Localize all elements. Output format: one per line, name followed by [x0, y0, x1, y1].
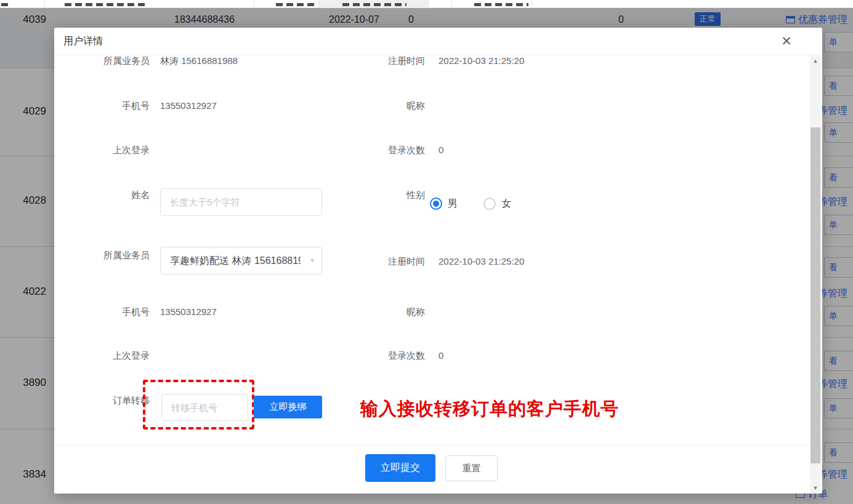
- phone-value: 13550312927: [160, 100, 217, 112]
- radio-selected-icon: [430, 198, 442, 210]
- salesman-select[interactable]: 享趣鲜奶配送 林涛 15616881988 ▼: [160, 247, 322, 274]
- gender-female-label: 女: [501, 198, 511, 210]
- chevron-down-icon: ▼: [309, 258, 315, 263]
- transfer-phone-input[interactable]: [161, 394, 248, 421]
- login-count-label: 登录次数: [331, 144, 425, 156]
- tab-divider: [254, 0, 254, 8]
- salesman-select-value: 享趣鲜奶配送 林涛 15616881988: [170, 255, 301, 268]
- salesman-select-label: 所属业务员: [54, 249, 150, 262]
- rebind-button[interactable]: 立即换绑: [254, 396, 322, 418]
- footer-divider: [54, 444, 822, 445]
- transfer-label: 订单转移: [54, 394, 150, 407]
- user-detail-modal: 用户详情 ✕ 所属业务员 林涛 15616881988 注册时间 2022-10…: [54, 28, 822, 494]
- submit-button[interactable]: 立即提交: [365, 454, 435, 482]
- reg-time-value: 2022-10-03 21:25:20: [439, 255, 524, 268]
- tab-strip: [0, 0, 853, 8]
- scroll-up-icon[interactable]: ▲: [810, 55, 821, 66]
- tab-divider: [44, 0, 45, 8]
- annotation-text: 输入接收转移订单的客户手机号: [360, 397, 619, 422]
- reg-time-label: 注册时间: [331, 55, 425, 67]
- last-login-label: 上次登录: [54, 144, 150, 156]
- gender-male-label: 男: [448, 198, 458, 210]
- tab-text-fragment: [276, 3, 314, 6]
- phone-label: 手机号: [54, 100, 150, 112]
- gender-label: 性别: [331, 189, 425, 201]
- reg-time-label: 注册时间: [331, 255, 425, 268]
- nickname-label: 昵称: [331, 306, 425, 318]
- login-count-label: 登录次数: [331, 350, 425, 362]
- tab-text-fragment: [474, 3, 528, 6]
- last-login-label: 上次登录: [54, 350, 150, 362]
- reset-button[interactable]: 重置: [445, 455, 498, 481]
- nickname-label: 昵称: [331, 100, 425, 112]
- gender-female-radio[interactable]: 女: [483, 198, 511, 210]
- modal-header: 用户详情 ✕: [54, 28, 822, 55]
- modal-scrollbar[interactable]: ▲ ▼: [810, 55, 821, 494]
- tab-text-fragment: [65, 3, 148, 6]
- close-icon[interactable]: ✕: [778, 33, 794, 49]
- login-count-value: 0: [439, 144, 443, 156]
- tab-divider: [532, 0, 532, 8]
- name-label: 姓名: [54, 189, 150, 201]
- phone-label: 手机号: [54, 306, 150, 318]
- radio-unselected-icon: [483, 198, 496, 210]
- login-count-value: 0: [439, 350, 443, 362]
- tab-divider: [451, 0, 452, 8]
- phone-value: 13550312927: [160, 306, 217, 318]
- salesman-value: 林涛 15616881988: [160, 55, 238, 67]
- tab-text-fragment: [1, 3, 9, 6]
- reg-time-value: 2022-10-03 21:25:20: [439, 55, 524, 67]
- scroll-down-icon[interactable]: ▼: [810, 482, 821, 494]
- gender-radio-group: 男 女: [430, 198, 511, 210]
- gender-male-radio[interactable]: 男: [430, 198, 458, 210]
- tab-text-fragment: [342, 3, 406, 6]
- name-input[interactable]: [160, 188, 322, 216]
- modal-title: 用户详情: [63, 35, 103, 48]
- salesman-label: 所属业务员: [54, 55, 150, 67]
- scrollbar-thumb[interactable]: [811, 127, 820, 463]
- screen: 4039 18344688436 2022-10-07 0 0 正常 优惠券管理…: [0, 0, 853, 504]
